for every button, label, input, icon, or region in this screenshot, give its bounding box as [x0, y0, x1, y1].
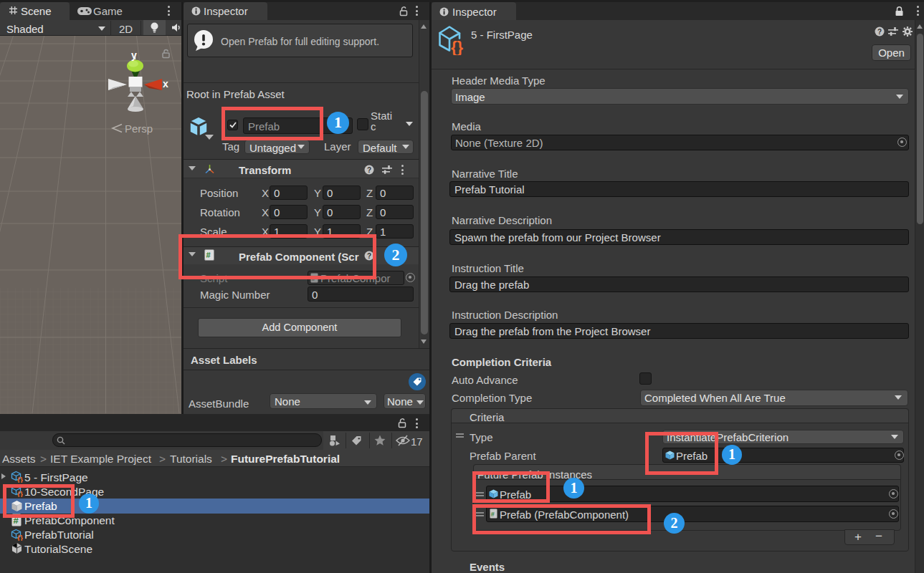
svg-text:x: x: [163, 78, 168, 90]
svg-text:{}: {}: [17, 476, 23, 483]
svg-text:Persp: Persp: [125, 122, 153, 135]
svg-text:?: ?: [367, 166, 371, 174]
svg-text:y: y: [131, 49, 137, 61]
svg-text:?: ?: [877, 28, 882, 36]
svg-text:{}: {}: [451, 38, 464, 55]
svg-text:{}: {}: [17, 534, 23, 541]
